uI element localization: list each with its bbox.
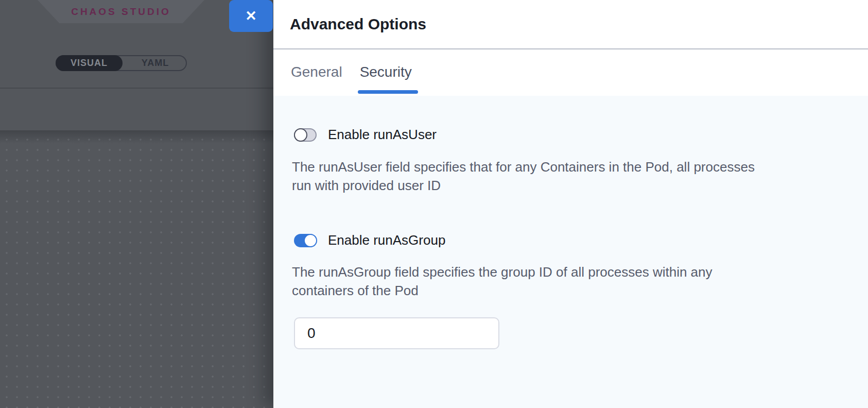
runasgroup-description-line2: containers of the Pod [292,283,419,298]
close-button[interactable]: ✕ [229,0,273,32]
tab-bar: General Security [273,49,868,95]
toggle-knob [294,128,307,142]
security-tab-content: Enable runAsUser The runAsUser field spe… [273,96,868,408]
enable-runasgroup-label: Enable runAsGroup [328,232,445,248]
runasgroup-value-input[interactable] [294,317,499,349]
screen: CHAOS STUDIO VISUAL YAML ✕ Advanced Opti… [0,0,868,408]
advanced-options-panel: Advanced Options General Security Enable… [273,0,868,408]
runasuser-row: Enable runAsUser [294,127,437,143]
panel-title: Advanced Options [290,15,426,33]
panel-header: Advanced Options [273,0,868,49]
runasuser-description: The runAsUser field specifies that for a… [292,158,755,195]
view-mode-toggle: VISUAL YAML [56,55,187,71]
runasgroup-row: Enable runAsGroup [294,232,445,248]
tab-general[interactable]: General [290,49,343,95]
chaos-studio-logo: CHAOS STUDIO [38,0,204,23]
enable-runasuser-toggle[interactable] [294,128,317,142]
tab-security[interactable]: Security [359,49,413,95]
enable-runasuser-label: Enable runAsUser [328,127,437,143]
runasuser-description-line2: run with provided user ID [292,178,441,193]
visual-tab[interactable]: VISUAL [56,55,123,71]
runasgroup-description-line1: The runAsGroup field specifies the group… [292,264,713,280]
runasgroup-description: The runAsGroup field specifies the group… [292,263,713,300]
runasuser-description-line1: The runAsUser field specifies that for a… [292,159,755,175]
enable-runasgroup-toggle[interactable] [294,234,317,247]
yaml-tab-label: YAML [142,58,169,69]
toggle-knob [304,234,317,247]
chaos-studio-logo-text: CHAOS STUDIO [71,6,171,18]
background-canvas: CHAOS STUDIO VISUAL YAML [0,0,273,408]
close-icon: ✕ [245,9,257,23]
visual-tab-label: VISUAL [71,58,108,69]
yaml-tab[interactable]: YAML [123,55,188,71]
canvas-divider [0,88,273,89]
canvas-dot-grid [0,130,273,408]
